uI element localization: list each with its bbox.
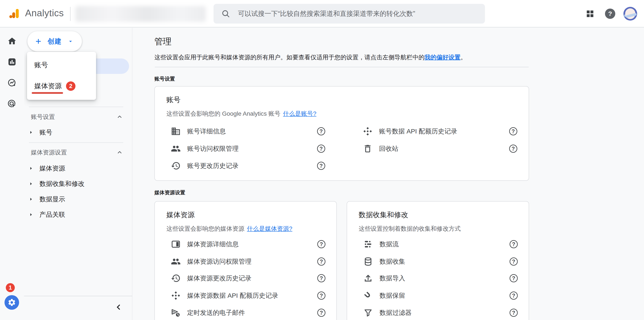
reports-icon[interactable] (7, 57, 17, 67)
triangle-right-icon[interactable] (29, 130, 34, 135)
triangle-right-icon[interactable] (29, 181, 34, 186)
create-button[interactable]: 创建 (28, 31, 82, 51)
property-card: 媒体资源 这些设置会影响您的媒体资源什么是媒体资源? 媒体资源详细信息 媒体资源… (154, 201, 337, 320)
admin-gear-icon[interactable] (4, 295, 19, 310)
admin-link-label: 数据收集 (380, 257, 405, 266)
group-icon (171, 144, 181, 154)
advertising-icon[interactable] (7, 99, 17, 109)
search-input[interactable] (238, 10, 477, 17)
sidebar-item-data-collection[interactable]: 数据收集和修改 (24, 178, 132, 190)
admin-link-data-import[interactable]: 数据导入 (363, 272, 405, 285)
google-apps-grid-icon[interactable] (586, 9, 594, 18)
help-icon[interactable] (510, 240, 518, 248)
admin-link-account-api-quota[interactable]: 账号数据 API 配额历史记录 (363, 125, 457, 138)
help-icon[interactable] (317, 240, 326, 248)
property-card-title: 媒体资源 (166, 210, 195, 220)
sidebar-item-account[interactable]: 账号 (24, 126, 132, 138)
create-button-label: 创建 (48, 37, 62, 46)
admin-link-label: 账号更改历史记录 (187, 162, 238, 170)
user-avatar[interactable] (624, 7, 637, 20)
create-account-label: 账号 (34, 60, 48, 70)
admin-link-account-details[interactable]: 账号详细信息 (171, 125, 226, 138)
property-settings-label: 媒体资源设置 (154, 189, 185, 196)
left-rail: 1 (0, 28, 24, 320)
help-icon[interactable] (510, 274, 518, 282)
admin-link-property-access[interactable]: 媒体资源访问权限管理 (171, 255, 252, 268)
help-icon[interactable] (317, 292, 326, 300)
sidebar-item-label: 数据收集和修改 (40, 180, 84, 188)
admin-link-label: 回收站 (379, 144, 398, 153)
data-card-desc-text: 这些设置控制着数据的收集和修改方式 (359, 225, 461, 232)
history-icon (171, 161, 181, 171)
help-icon[interactable] (510, 258, 518, 266)
magnet-icon (363, 291, 373, 301)
web-asset-icon (171, 239, 181, 249)
chevron-up-icon[interactable] (116, 149, 123, 156)
help-icon[interactable] (605, 8, 615, 19)
collapse-panel-icon[interactable] (114, 303, 124, 312)
property-count-badge: 2 (66, 81, 76, 91)
help-icon[interactable] (509, 145, 517, 153)
help-icon[interactable] (317, 258, 326, 266)
nav-divider (29, 142, 123, 143)
create-menu-item-property[interactable]: 媒体资源 2 (34, 81, 76, 91)
data-card-title: 数据收集和修改 (359, 210, 408, 220)
admin-link-label: 数据导入 (380, 274, 405, 283)
create-menu-item-account[interactable]: 账号 (34, 60, 48, 70)
what-is-property-link[interactable]: 什么是媒体资源? (247, 225, 292, 232)
help-icon[interactable] (317, 309, 326, 317)
chevron-up-icon[interactable] (116, 113, 123, 120)
account-card-title: 账号 (166, 95, 180, 105)
help-icon[interactable] (510, 292, 518, 300)
page-description: 这些设置会应用于此账号和媒体资源的所有用户。如要查看仅适用于您的设置，请点击左侧… (154, 53, 466, 62)
help-icon[interactable] (317, 274, 326, 282)
admin-link-trash-can[interactable]: 回收站 (363, 142, 398, 155)
help-icon[interactable] (510, 309, 518, 317)
sidebar-item-data-display[interactable]: 数据显示 (24, 193, 132, 205)
account-card-desc-text: 这些设置会影响您的 Google Analytics 账号 (166, 110, 280, 117)
nav-divider (29, 107, 123, 107)
top-app-bar: Analytics (0, 0, 644, 27)
history-icon (171, 273, 181, 283)
help-icon[interactable] (317, 162, 325, 170)
admin-link-property-api-quota[interactable]: 媒体资源数据 API 配额历史记录 (171, 289, 278, 302)
help-icon[interactable] (317, 145, 325, 153)
upload-icon (363, 273, 373, 283)
admin-link-property-details[interactable]: 媒体资源详细信息 (171, 238, 238, 251)
admin-link-account-access[interactable]: 账号访问权限管理 (171, 142, 238, 155)
what-is-account-link[interactable]: 什么是账号? (283, 110, 316, 117)
admin-link-label: 数据过滤器 (380, 309, 412, 317)
data-streams-icon (363, 239, 373, 249)
token-icon (363, 126, 372, 136)
admin-link-label: 媒体资源访问权限管理 (187, 257, 252, 266)
sidebar-item-property[interactable]: 媒体资源 (24, 162, 132, 174)
help-icon[interactable] (317, 127, 325, 135)
admin-link-data-filters[interactable]: 数据过滤器 (363, 306, 412, 319)
sidebar-item-label: 数据显示 (40, 195, 65, 204)
data-collection-card: 数据收集和修改 这些设置控制着数据的收集和修改方式 数据流 (347, 201, 529, 320)
admin-link-label: 数据保留 (380, 291, 405, 300)
search-icon (221, 9, 230, 18)
admin-link-data-retention[interactable]: 数据保留 (363, 289, 405, 302)
admin-link-label: 数据流 (380, 240, 399, 249)
admin-link-data-collection[interactable]: 数据收集 (363, 255, 405, 268)
explore-icon[interactable] (7, 78, 17, 88)
help-icon[interactable] (509, 127, 517, 135)
token-icon (171, 291, 181, 301)
admin-link-label: 定时发送的电子邮件 (187, 309, 245, 317)
triangle-right-icon[interactable] (29, 212, 34, 217)
notification-badge: 1 (6, 283, 15, 292)
admin-link-data-streams[interactable]: 数据流 (363, 238, 399, 251)
triangle-right-icon[interactable] (29, 166, 34, 171)
filter-icon (363, 308, 373, 318)
sidebar-item-product-links[interactable]: 产品关联 (24, 209, 132, 221)
admin-link-label: 媒体资源数据 API 配额历史记录 (187, 291, 278, 300)
content-divider (155, 67, 529, 67)
triangle-right-icon[interactable] (29, 197, 34, 202)
admin-link-property-change-history[interactable]: 媒体资源更改历史记录 (171, 272, 252, 285)
my-preferences-link[interactable]: 我的偏好设置 (424, 54, 460, 61)
admin-link-account-change-history[interactable]: 账号更改历史记录 (171, 159, 238, 172)
admin-link-scheduled-emails[interactable]: 定时发送的电子邮件 (171, 306, 245, 319)
home-icon[interactable] (7, 36, 17, 46)
global-search[interactable] (214, 4, 485, 23)
